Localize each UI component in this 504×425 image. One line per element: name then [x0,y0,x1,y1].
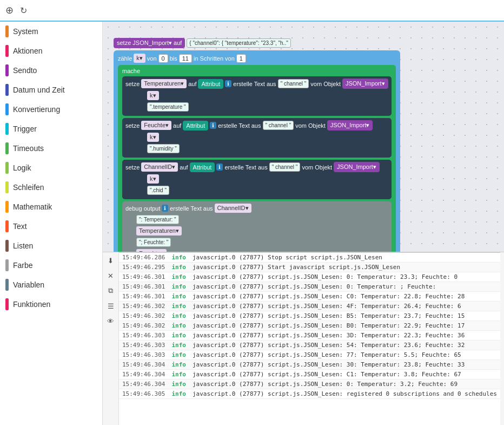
log-time: 15:49:46.302 [119,302,168,311]
log-level: info [168,360,189,370]
mache-block[interactable]: mache setze Temperaturen▾ auf Attribut ℹ… [118,65,396,252]
row-setze-json: setze JSON_Import▾ auf { "channel0": { "… [114,38,400,48]
sidebar-item-datum-und-zeit[interactable]: Datum und Zeit [0,80,102,100]
sidebar-item-trigger[interactable]: Trigger [0,119,102,139]
top-bar: ⊕ ↻ [0,0,504,22]
feuchte-var2[interactable]: Feuchte▾ [136,249,167,252]
log-hide-btn[interactable]: 👁 [105,315,117,327]
sidebar-label-sendto: Sendto [13,66,37,75]
channelid-var1[interactable]: ChannelID▾ [141,162,178,172]
log-time: 15:49:46.304 [119,380,168,389]
setze-feuchte-row: setze Feuchte▾ auf Attribut ℹ erstelle T… [125,120,388,130]
colon-temp-str: ": Temperatur: " [136,215,179,224]
setze-feuchte-outer[interactable]: setze Feuchte▾ auf Attribut ℹ erstelle T… [122,118,392,158]
temperaturen-var2[interactable]: Temperaturen▾ [136,226,182,236]
log-message: javascript.0 (27877) script.js.JSON_Lese… [189,331,500,341]
temperaturen-var1[interactable]: Temperaturen▾ [141,79,187,88]
chid-str-row: ".chid " [125,186,388,195]
val-11[interactable]: 11 [179,54,192,63]
sidebar-color-sendto [5,64,9,76]
json-value-block[interactable]: { "channel0": { "temperature": "23.3", "… [187,38,290,48]
refresh-icon[interactable]: ↻ [20,5,27,16]
attribut-block3[interactable]: Attribut [190,162,215,172]
right-panel: setze JSON_Import▾ auf { "channel0": { "… [103,22,504,425]
log-time: 15:49:46.305 [119,389,168,399]
log-table: 15:49:46.286infojavascript.0 (27877) Sto… [119,253,500,399]
sidebar-item-variablen[interactable]: Variablen [0,275,102,295]
locate-icon[interactable]: ⊕ [5,4,14,16]
feuchte-var1[interactable]: Feuchte▾ [141,121,171,130]
log-row: 15:49:46.301infojavascript.0 (27877) scr… [119,272,500,282]
debug-row5: Feuchte▾ [125,249,388,252]
semikolon-feuchte-str: "; Feuchte: " [136,238,171,247]
sidebar-item-system[interactable]: System [0,22,102,41]
sidebar-label-logik: Logik [13,164,31,172]
debug-row: debug output ℹ erstelle Text aus Channel… [125,204,388,213]
log-message: javascript.0 (27877) script.js.JSON_Lese… [189,370,500,380]
sidebar-label-aktionen: Aktionen [13,47,42,55]
attribut-block1[interactable]: Attribut [198,79,223,89]
vom-objekt-label3: vom Objekt [302,164,332,171]
log-message: javascript.0 (27877) Start javascript sc… [189,263,500,272]
main-area: SystemAktionenSendtoDatum und ZeitKonver… [0,22,504,425]
sidebar-item-timeouts[interactable]: Timeouts [0,139,102,158]
log-row: 15:49:46.295infojavascript.0 (27877) Sta… [119,263,500,272]
sidebar-item-funktionen[interactable]: Funktionen [0,295,102,314]
k-temp-row: k▾ [125,91,388,100]
sidebar-item-schleifen[interactable]: Schleifen [0,178,102,197]
log-level: info [168,272,189,282]
setze-json-block[interactable]: setze JSON_Import▾ auf [114,38,185,48]
log-row: 15:49:46.301infojavascript.0 (27877) scr… [119,282,500,292]
json-import-var2[interactable]: JSON_Import▾ [327,120,373,130]
log-time: 15:49:46.301 [119,292,168,302]
log-time: 15:49:46.286 [119,253,168,263]
sidebar-label-variablen: Variablen [13,280,44,289]
debug-block[interactable]: debug output ℹ erstelle Text aus Channel… [122,201,392,252]
log-area[interactable]: 15:49:46.286infojavascript.0 (27877) Sto… [119,252,500,425]
setze-channelid-outer[interactable]: setze ChannelID▾ auf Attribut ℹ erstelle… [122,160,392,199]
sidebar-color-timeouts [5,142,9,154]
log-list-btn[interactable]: ☰ [105,300,117,312]
json-import-var1[interactable]: JSON_Import▾ [342,79,388,89]
k-channelid-row: k▾ [125,174,388,184]
log-level: info [168,253,189,263]
log-copy-btn[interactable]: ⧉ [105,285,117,297]
sidebar-item-logik[interactable]: Logik [0,158,102,178]
sidebar-item-mathematik[interactable]: Mathematik [0,197,102,217]
log-level: info [168,341,189,350]
log-time: 15:49:46.302 [119,311,168,321]
log-download-btn[interactable]: ⬇ [105,254,117,266]
setze-feuchte-label: setze [125,122,140,129]
k-var-channelid[interactable]: k▾ [147,174,159,184]
log-row: 15:49:46.302infojavascript.0 (27877) scr… [119,311,500,321]
log-row: 15:49:46.302infojavascript.0 (27877) scr… [119,302,500,311]
sidebar-item-aktionen[interactable]: Aktionen [0,41,102,61]
val-0[interactable]: 0 [158,54,168,63]
k-var-temp[interactable]: k▾ [147,91,159,100]
log-row: 15:49:46.304infojavascript.0 (27877) scr… [119,370,500,380]
sidebar-item-text[interactable]: Text [0,217,102,236]
channelid-var2[interactable]: ChannelID▾ [215,204,251,213]
sidebar-item-farbe[interactable]: Farbe [0,256,102,275]
sidebar-item-sendto[interactable]: Sendto [0,61,102,80]
json-import-var3[interactable]: JSON_Import▾ [334,162,380,172]
attribut-block2[interactable]: Attribut [183,121,208,130]
val-1[interactable]: 1 [236,54,246,63]
log-row: 15:49:46.303infojavascript.0 (27877) scr… [119,331,500,341]
log-clear-btn[interactable]: ✕ [105,270,117,282]
sidebar-label-konvertierung: Konvertierung [13,105,60,114]
sidebar-item-konvertierung[interactable]: Konvertierung [0,100,102,119]
k-var1[interactable]: k▾ [134,54,145,63]
k-var-feuchte[interactable]: k▾ [147,133,159,142]
log-message: javascript.0 (27877) script.js.JSON_Lese… [189,272,500,282]
setze-temp-outer[interactable]: setze Temperaturen▾ auf Attribut ℹ erste… [122,76,392,116]
zaehle-block[interactable]: zähle k▾ von 0 bis 11 in Schritten von 1… [114,50,400,252]
log-message: javascript.0 (27877) script.js.JSON_Lese… [189,311,500,321]
canvas-area[interactable]: setze JSON_Import▾ auf { "channel0": { "… [103,22,504,252]
sidebar-color-system [5,25,9,37]
sidebar-item-listen[interactable]: Listen [0,236,102,256]
erstelle-label1: erstelle Text aus [233,81,276,87]
sidebar-label-datum-und-zeit: Datum und Zeit [13,86,65,94]
log-level: info [168,389,189,399]
zaehle-row: zähle k▾ von 0 bis 11 in Schritten von 1 [118,54,396,63]
